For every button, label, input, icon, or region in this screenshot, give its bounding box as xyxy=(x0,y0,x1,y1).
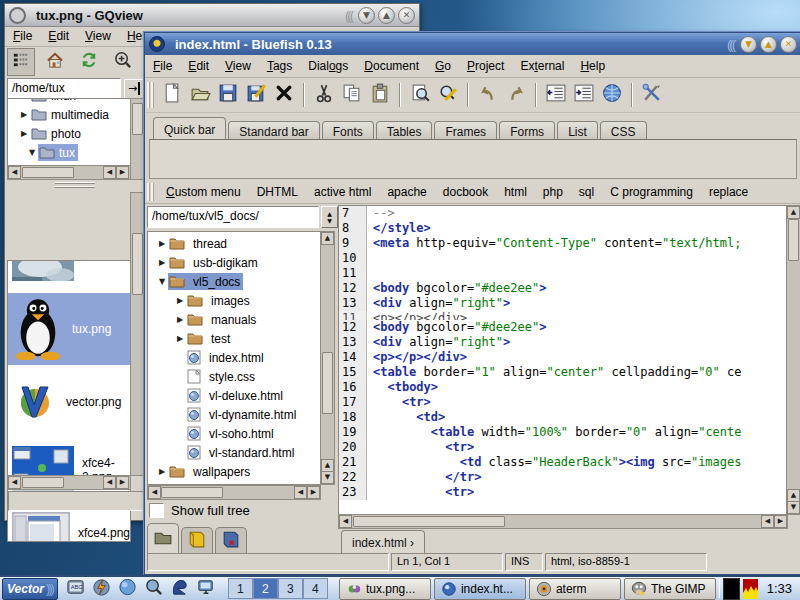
collapsed-arrow-icon[interactable]: ▶ xyxy=(18,110,30,119)
custom-menu-replace[interactable]: replace xyxy=(701,183,756,201)
bluefish-menu-project[interactable]: Project xyxy=(459,57,512,75)
paste-button[interactable] xyxy=(366,81,394,109)
thumbnail-item-tux.png[interactable]: tux.png xyxy=(8,293,130,365)
gqview-thumbs-vscrollbar[interactable] xyxy=(130,192,145,476)
find-replace-button[interactable] xyxy=(434,81,462,109)
tab-standard-bar[interactable]: Standard bar xyxy=(228,121,319,141)
editor-vscrollbar[interactable]: ▲ ▲▼ xyxy=(786,205,800,515)
tab-fonts[interactable]: Fonts xyxy=(322,121,374,141)
task-button-bluefish[interactable]: index.ht... xyxy=(434,578,526,600)
copy-button[interactable] xyxy=(338,81,366,109)
file-tree-item-thread[interactable]: ▶thread xyxy=(148,234,320,253)
gqview-tree-vscrollbar[interactable] xyxy=(130,98,145,180)
gqview-zoom-in-button[interactable] xyxy=(109,48,137,76)
file-tree-item-manuals[interactable]: ▶manuals xyxy=(148,310,320,329)
filetree-vscrollbar[interactable]: ▲ ▲▼ xyxy=(320,231,335,485)
task-button-gimp[interactable]: The GIMP xyxy=(624,578,716,600)
file-tree-item-style.css[interactable]: style.css xyxy=(148,367,320,386)
gqview-tree-item-multimedia[interactable]: ▶multimedia xyxy=(8,105,130,124)
gqview-tree-item-photo[interactable]: ▶photo xyxy=(8,124,130,143)
file-tree-item-vl-dynamite.html[interactable]: vl-dynamite.html xyxy=(148,405,320,424)
launcher-aterm-launcher[interactable] xyxy=(169,578,191,600)
file-tree-item-vl-standard.html[interactable]: vl-standard.html xyxy=(148,443,320,462)
collapsed-arrow-icon[interactable]: ▶ xyxy=(174,334,186,343)
thumbnail-item-xfce4.png[interactable]: xfce4.png xyxy=(8,507,130,542)
custom-menu-dhtml[interactable]: DHTML xyxy=(249,183,306,201)
indent-button[interactable] xyxy=(570,81,598,109)
find-button[interactable] xyxy=(406,81,434,109)
gqview-window-icon[interactable] xyxy=(9,7,26,24)
gqview-refresh-button[interactable] xyxy=(75,48,103,76)
custom-menu-php[interactable]: php xyxy=(535,183,571,201)
file-tree-item-images[interactable]: ▶images xyxy=(148,291,320,310)
expanded-arrow-icon[interactable]: ▼ xyxy=(156,277,168,286)
task-button-gqview[interactable]: tux.png... xyxy=(339,578,431,600)
custom-menu-active-html[interactable]: active html xyxy=(306,183,379,201)
gqview-tree-item-linux[interactable]: ▶linux xyxy=(8,98,130,105)
bluefish-menu-external[interactable]: External xyxy=(512,57,572,75)
workspace-2[interactable]: 2 xyxy=(253,578,278,599)
expanded-arrow-icon[interactable]: ▼ xyxy=(26,148,38,157)
bluefish-window-icon[interactable] xyxy=(149,36,165,52)
launcher-lightning[interactable] xyxy=(91,578,113,600)
gqview-home-button[interactable] xyxy=(41,48,69,76)
launcher-display-settings[interactable] xyxy=(195,578,217,600)
sidebar-tab-bookmarks-book[interactable] xyxy=(181,527,213,554)
sidebar-tab-reference-book[interactable] xyxy=(215,527,247,554)
maximize-button[interactable]: ▲ xyxy=(760,36,777,53)
file-tree-item-vl5_docs[interactable]: ▼vl5_docs xyxy=(148,272,320,291)
bluefish-menu-file[interactable]: File xyxy=(145,57,180,75)
bluefish-titlebar[interactable]: index.html - Bluefish 0.13 ((( ▼ ▲ ✕ xyxy=(145,33,800,55)
save-button[interactable] xyxy=(214,81,242,109)
tab-forms[interactable]: Forms xyxy=(499,121,555,141)
close-button[interactable] xyxy=(270,81,298,109)
bluefish-menu-view[interactable]: View xyxy=(217,57,259,75)
file-tree-item-wallpapers[interactable]: ▶wallpapers xyxy=(148,462,320,481)
editor-hscrollbar[interactable]: ◀ ◀▶ xyxy=(338,514,788,529)
collapsed-arrow-icon[interactable]: ▶ xyxy=(156,467,168,476)
bluefish-menu-dialogs[interactable]: Dialogs xyxy=(300,57,356,75)
gqview-menu-file[interactable]: File xyxy=(5,27,40,45)
cpu-monitor-applet[interactable] xyxy=(743,579,758,599)
custom-menu-apache[interactable]: apache xyxy=(379,183,434,201)
file-tree-item-test[interactable]: ▶test xyxy=(148,329,320,348)
pane-splitter[interactable] xyxy=(7,180,143,190)
tab-list[interactable]: List xyxy=(557,121,598,141)
path-input[interactable]: /home/tux xyxy=(7,78,121,100)
collapsed-arrow-icon[interactable]: ▶ xyxy=(18,98,30,100)
tab-tables[interactable]: Tables xyxy=(376,121,433,141)
sidebar-tab-folder-tab[interactable] xyxy=(147,523,179,554)
bluefish-menu-go[interactable]: Go xyxy=(427,57,459,75)
gqview-tree-hscrollbar[interactable]: ◀ ◀▶ xyxy=(7,165,131,180)
file-tree-item-vl-deluxe.html[interactable]: vl-deluxe.html xyxy=(148,386,320,405)
bluefish-menu-document[interactable]: Document xyxy=(356,57,427,75)
new-button[interactable] xyxy=(158,81,186,109)
custom-menu-docbook[interactable]: docbook xyxy=(435,183,496,201)
minimize-button[interactable]: ▼ xyxy=(740,36,757,53)
custom-menu-sql[interactable]: sql xyxy=(571,183,602,201)
custom-menu-c-programming[interactable]: C programming xyxy=(602,183,701,201)
code-editor[interactable]: 7-->8</style>9<meta http-equiv="Content-… xyxy=(338,205,787,515)
gqview-list-view-button[interactable] xyxy=(7,48,35,76)
cut-button[interactable] xyxy=(310,81,338,109)
pager-preview-applet[interactable] xyxy=(723,578,739,600)
save-as-button[interactable] xyxy=(242,81,270,109)
tab-quick-bar[interactable]: Quick bar xyxy=(153,117,226,139)
file-tree-item-index.html[interactable]: index.html xyxy=(148,348,320,367)
directory-combo[interactable]: /home/tux/vl5_docs/ xyxy=(147,206,319,228)
close-button[interactable]: ✕ xyxy=(780,36,797,53)
workspace-4[interactable]: 4 xyxy=(303,578,328,599)
bluefish-menu-help[interactable]: Help xyxy=(572,57,613,75)
bluefish-menu-tags[interactable]: Tags xyxy=(259,57,300,75)
tab-css[interactable]: CSS xyxy=(600,121,647,141)
launcher-search-launcher[interactable] xyxy=(143,578,165,600)
path-go-button[interactable]: → xyxy=(124,79,144,99)
launcher-dictionary[interactable]: ABC xyxy=(65,578,87,600)
file-tree-item-vl-soho.html[interactable]: vl-soho.html xyxy=(148,424,320,443)
filetree-hscrollbar[interactable]: ◀ ◀▶ xyxy=(147,485,321,500)
bluefish-menu-edit[interactable]: Edit xyxy=(180,57,217,75)
gqview-menu-view[interactable]: View xyxy=(77,27,119,45)
collapsed-arrow-icon[interactable]: ▶ xyxy=(18,129,30,138)
custom-menu-custom-menu[interactable]: Custom menu xyxy=(158,183,249,201)
workspace-1[interactable]: 1 xyxy=(228,578,253,599)
